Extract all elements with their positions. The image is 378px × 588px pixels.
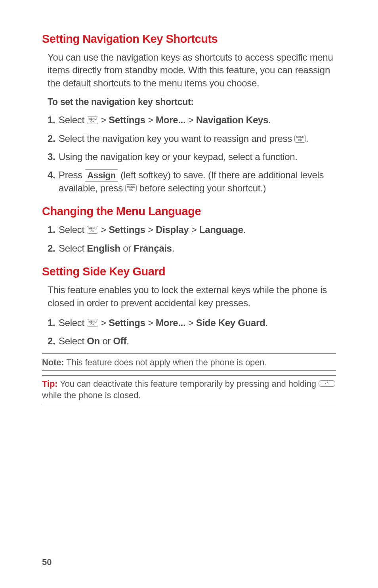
step-text: Select the navigation key you want to re… bbox=[59, 133, 294, 144]
tip-label: Tip: bbox=[42, 379, 58, 389]
step-2: 2. Select On or Off. bbox=[48, 335, 336, 347]
option: Off bbox=[113, 336, 127, 346]
menu-ok-icon: MENUOK bbox=[87, 116, 98, 124]
step-1: 1. Select MENUOK > Settings > More... > … bbox=[48, 317, 336, 329]
divider bbox=[42, 375, 336, 376]
step-3: 3. Using the navigation key or your keyp… bbox=[48, 151, 336, 163]
tip-block: Tip: You can deactivate this feature tem… bbox=[42, 375, 336, 404]
step-1: 1. Select MENUOK > Settings > More... > … bbox=[48, 114, 336, 126]
step-number: 3. bbox=[48, 151, 55, 163]
option: On bbox=[87, 336, 100, 346]
menu-path: Settings bbox=[109, 317, 145, 328]
step-number: 1. bbox=[48, 317, 55, 329]
heading-side-key-guard: Setting Side Key Guard bbox=[42, 265, 336, 278]
menu-path: Side Key Guard bbox=[196, 317, 265, 328]
divider bbox=[42, 404, 336, 404]
step-2: 2. Select English or Français. bbox=[48, 242, 336, 255]
menu-ok-icon: MENUOK bbox=[87, 226, 98, 234]
divider bbox=[42, 353, 336, 354]
intro-nav-shortcuts: You can use the navigation keys as short… bbox=[48, 51, 336, 90]
step-1: 1. Select MENUOK > Settings > Display > … bbox=[48, 223, 336, 236]
step-text: > bbox=[98, 115, 109, 125]
heading-menu-language: Changing the Menu Language bbox=[42, 205, 336, 218]
step-text: Select bbox=[59, 224, 87, 235]
option: Français bbox=[134, 243, 172, 254]
step-text: Select bbox=[59, 115, 87, 125]
menu-path: Navigation Keys bbox=[196, 115, 268, 125]
note-label: Note: bbox=[42, 357, 64, 367]
step-text: Select bbox=[59, 336, 87, 346]
menu-path: Language bbox=[199, 224, 243, 235]
note-block: Note: This feature does not apply when t… bbox=[42, 353, 336, 371]
step-text: Using the navigation key or your keypad,… bbox=[59, 151, 298, 162]
steps-menu-language: 1. Select MENUOK > Settings > Display > … bbox=[48, 223, 336, 255]
subheading-nav-shortcut: To set the navigation key shortcut: bbox=[48, 97, 336, 107]
step-text: Select bbox=[59, 243, 87, 254]
step-number: 2. bbox=[48, 242, 55, 255]
step-number: 1. bbox=[48, 223, 55, 236]
step-number: 2. bbox=[48, 335, 55, 347]
page-number: 50 bbox=[42, 557, 52, 567]
tip-text: Tip: You can deactivate this feature tem… bbox=[42, 377, 336, 402]
steps-nav-shortcuts: 1. Select MENUOK > Settings > More... > … bbox=[48, 114, 336, 195]
menu-path: More... bbox=[156, 115, 185, 125]
divider bbox=[42, 370, 336, 371]
step-number: 4. bbox=[48, 169, 55, 181]
option: English bbox=[87, 243, 120, 254]
menu-path: More... bbox=[156, 317, 185, 328]
heading-nav-shortcuts: Setting Navigation Key Shortcuts bbox=[42, 32, 336, 46]
steps-side-key-guard: 1. Select MENUOK > Settings > More... > … bbox=[48, 317, 336, 348]
menu-path: Display bbox=[156, 224, 189, 235]
step-number: 1. bbox=[48, 114, 55, 126]
menu-path: Settings bbox=[109, 224, 145, 235]
step-text: Press bbox=[59, 170, 85, 180]
step-text: Select bbox=[59, 317, 87, 328]
step-2: 2. Select the navigation key you want to… bbox=[48, 132, 336, 145]
menu-ok-icon: MENUOK bbox=[125, 184, 137, 192]
menu-ok-icon: MENUOK bbox=[87, 319, 98, 327]
note-text: Note: This feature does not apply when t… bbox=[42, 356, 336, 370]
menu-ok-icon: MENUOK bbox=[294, 135, 306, 143]
menu-path: Settings bbox=[109, 115, 145, 125]
step-number: 2. bbox=[48, 132, 55, 145]
intro-side-key-guard: This feature enables you to lock the ext… bbox=[48, 284, 336, 309]
speaker-button-icon bbox=[319, 380, 335, 387]
assign-softkey: Assign bbox=[85, 169, 118, 182]
step-4: 4. Press Assign (left softkey) to save. … bbox=[48, 169, 336, 195]
